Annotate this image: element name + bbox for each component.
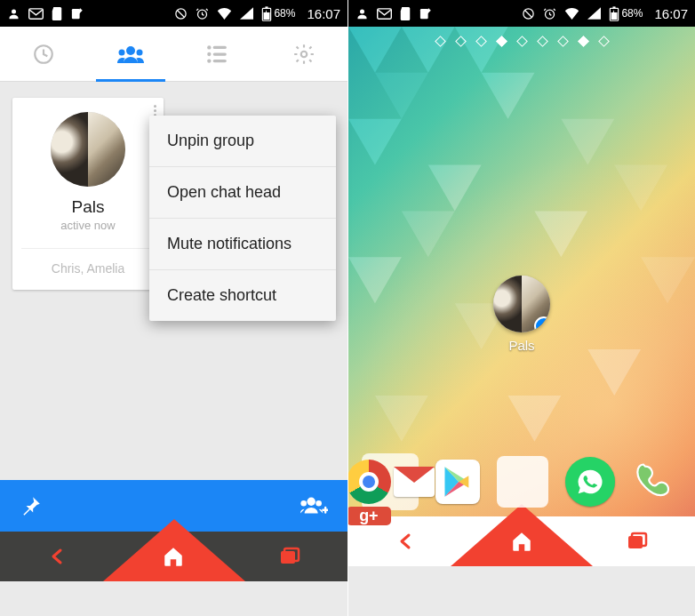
svg-rect-13 [213, 45, 227, 48]
nav-home[interactable] [138, 532, 209, 581]
nav-recents[interactable] [254, 532, 325, 581]
alarm-icon [196, 7, 209, 20]
menu-mute-notifications[interactable]: Mute notifications [149, 218, 336, 269]
nav-home[interactable] [486, 516, 557, 566]
svg-point-14 [208, 52, 212, 55]
svg-marker-40 [614, 165, 667, 212]
mail-icon [28, 8, 44, 20]
svg-marker-47 [375, 396, 428, 442]
group-avatar [51, 112, 125, 187]
svg-marker-34 [455, 27, 508, 73]
person-icon [355, 7, 369, 20]
nav-bar [348, 516, 695, 566]
tab-contacts[interactable] [174, 27, 261, 81]
pin-icon[interactable] [20, 494, 43, 517]
group-name: Pals [72, 197, 105, 217]
status-bar: 68% 16:07 [348, 0, 695, 27]
status-bar: 68% 16:07 [0, 0, 348, 27]
shortcut-avatar [493, 276, 550, 332]
svg-point-0 [12, 9, 16, 13]
page-dot[interactable] [475, 36, 487, 47]
svg-marker-32 [348, 27, 402, 73]
add-group-icon[interactable] [300, 494, 328, 517]
shortcut-label: Pals [486, 338, 557, 353]
dock-phone[interactable] [632, 457, 682, 507]
signal-icon [240, 7, 253, 20]
phone-left-messenger: 68% 16:07 Pals active now Chris, A [0, 0, 348, 616]
menu-open-chat-head[interactable]: Open chat head [149, 166, 336, 218]
phone-right-homescreen: 68% 16:07 [348, 0, 695, 616]
sd-icon [52, 7, 62, 20]
home-screen[interactable]: Pals g+ [348, 27, 695, 566]
svg-point-18 [301, 51, 308, 57]
tab-groups[interactable] [87, 27, 174, 81]
svg-marker-37 [348, 119, 402, 165]
page-dot[interactable] [435, 36, 446, 47]
svg-marker-35 [375, 73, 428, 119]
person-icon [7, 7, 20, 20]
svg-rect-6 [266, 6, 268, 8]
shortcut-pals[interactable]: Pals [486, 276, 557, 353]
dock-play-store[interactable] [435, 460, 480, 504]
top-tabs [0, 27, 348, 82]
svg-rect-15 [213, 52, 227, 55]
nav-recents[interactable] [602, 516, 673, 566]
menu-unpin-group[interactable]: Unpin group [149, 116, 336, 166]
svg-rect-17 [213, 59, 227, 61]
wifi-icon [564, 7, 579, 20]
note-icon [70, 7, 84, 20]
gmail-icon [394, 467, 435, 497]
group-members: Chris, Amelia [52, 261, 124, 276]
svg-marker-43 [348, 257, 402, 303]
group-card[interactable]: Pals active now Chris, Amelia [12, 98, 164, 290]
svg-point-12 [208, 45, 212, 49]
page-dot-current[interactable] [578, 36, 589, 47]
sd-icon [400, 7, 411, 20]
page-dot[interactable] [537, 36, 548, 47]
svg-point-21 [316, 500, 322, 507]
svg-marker-39 [428, 165, 482, 212]
svg-rect-25 [378, 8, 392, 18]
menu-create-shortcut[interactable]: Create shortcut [149, 269, 336, 321]
battery-indicator: 68% [609, 6, 643, 21]
dock-app-drawer[interactable] [497, 456, 548, 508]
nav-bar [0, 532, 348, 581]
svg-marker-44 [641, 257, 695, 303]
tab-recent[interactable] [0, 27, 87, 81]
note-icon [419, 7, 432, 20]
chrome-icon [348, 460, 391, 504]
alarm-icon [543, 7, 556, 20]
no-sim-icon [174, 7, 188, 20]
context-menu: Unpin group Open chat head Mute notifica… [149, 116, 336, 321]
svg-marker-46 [587, 349, 641, 396]
clock-text: 16:07 [307, 6, 340, 21]
svg-point-24 [360, 9, 364, 13]
clock-text: 16:07 [654, 6, 688, 21]
tab-settings[interactable] [260, 27, 348, 81]
google-plus-icon: g+ [348, 507, 391, 525]
dock: g+ [348, 447, 695, 516]
page-dot[interactable] [455, 36, 467, 47]
svg-point-9 [126, 46, 135, 55]
svg-marker-38 [561, 119, 614, 165]
content-area: Pals active now Chris, Amelia Unpin grou… [0, 98, 348, 581]
svg-point-10 [118, 49, 124, 55]
svg-marker-33 [402, 27, 455, 73]
mail-icon [377, 8, 392, 20]
battery-indicator: 68% [261, 6, 295, 21]
svg-marker-48 [508, 396, 562, 442]
nav-back[interactable] [22, 532, 93, 581]
battery-text: 68% [621, 7, 643, 20]
page-dot[interactable] [598, 36, 610, 47]
dock-folder-google[interactable]: g+ [362, 453, 419, 510]
messenger-badge-icon [534, 316, 550, 332]
svg-rect-1 [29, 8, 44, 18]
dock-whatsapp[interactable] [565, 457, 615, 507]
page-dot[interactable] [516, 36, 528, 47]
page-dot[interactable] [496, 36, 507, 47]
svg-point-20 [300, 500, 307, 507]
svg-point-19 [307, 498, 315, 506]
svg-point-16 [208, 59, 212, 62]
page-indicator[interactable] [348, 37, 695, 45]
page-dot[interactable] [557, 36, 569, 47]
